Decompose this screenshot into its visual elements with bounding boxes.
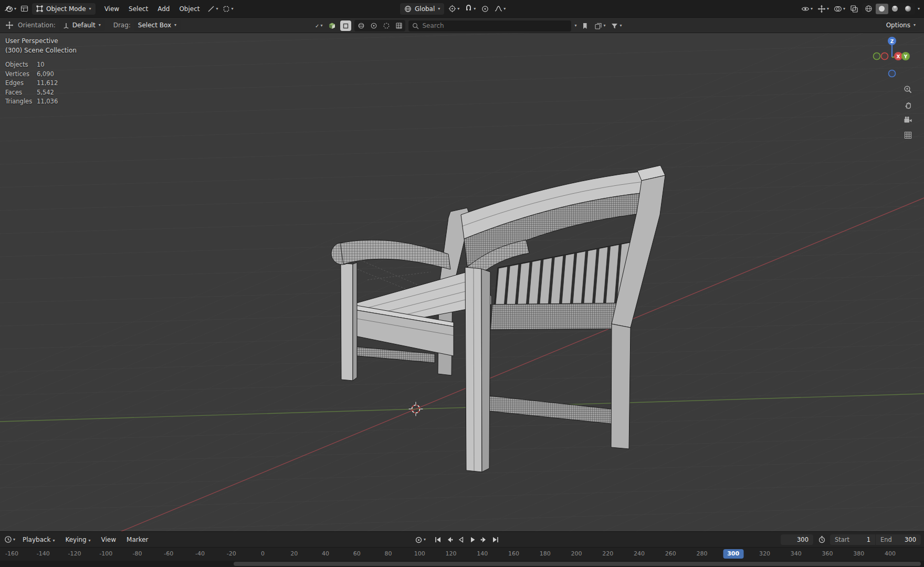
mode-selector[interactable]: Object Mode ▾	[32, 3, 96, 15]
snapping-dropdown[interactable]: ▾	[464, 5, 477, 13]
jump-to-start-button[interactable]	[433, 534, 443, 545]
ruler-tick: 140	[477, 550, 488, 557]
options-button[interactable]: Options ▾	[882, 19, 920, 31]
annotate-line-icon	[207, 5, 215, 13]
timeline-editor-type-dropdown[interactable]: ▾	[3, 536, 16, 543]
prev-keyframe-button[interactable]	[444, 534, 455, 545]
gizmo-axis-neg-z[interactable]	[889, 70, 896, 77]
proportional-editing-toggle[interactable]	[480, 3, 490, 15]
sphere-toggle[interactable]	[355, 20, 367, 31]
viewport-canvas[interactable]	[0, 33, 924, 531]
auto-keying-dropdown[interactable]: ▾	[414, 536, 427, 544]
current-frame-field[interactable]: 300	[781, 534, 813, 545]
orientation-selector[interactable]: Default ▾	[59, 19, 105, 31]
pan-view-button[interactable]	[903, 100, 912, 109]
grid-toggle[interactable]	[393, 20, 405, 31]
scrollbar-handle[interactable]	[234, 562, 921, 566]
wireframe-shading-icon	[865, 5, 873, 13]
shading-material-button[interactable]	[889, 4, 901, 14]
y-axis-line	[0, 394, 924, 422]
start-frame-field[interactable]: Start1	[830, 534, 875, 545]
drag-mode-selector[interactable]: Select Box ▾	[134, 19, 181, 31]
search-options-dropdown[interactable]: ▾	[574, 24, 576, 28]
show-overlays-dropdown[interactable]: ▾	[833, 5, 846, 13]
shading-solid-button[interactable]	[876, 4, 888, 14]
stopwatch-icon	[818, 536, 826, 543]
gizmo-axis-neg-x[interactable]	[881, 53, 888, 60]
tool-options-dropdown[interactable]: ▾	[206, 5, 219, 13]
mesh-cube-button[interactable]	[327, 20, 337, 32]
shading-dropdown[interactable]: ▾	[918, 7, 920, 11]
circle-dot-toggle[interactable]	[368, 20, 380, 31]
mode-selector-label: Object Mode	[46, 5, 86, 13]
menu-select[interactable]: Select	[124, 4, 152, 14]
xray-toggle[interactable]	[849, 3, 859, 15]
proportional-editing-icon	[481, 5, 489, 13]
drag-mode-value: Select Box	[138, 22, 171, 29]
menu-marker[interactable]: Marker	[122, 534, 152, 545]
jump-to-end-button[interactable]	[490, 534, 501, 545]
chevron-down-icon: ▾	[827, 7, 829, 11]
pivot-point-icon	[448, 5, 456, 13]
transform-orientation-selector[interactable]: Global ▾	[400, 3, 444, 15]
ruler-tick: 20	[290, 550, 298, 557]
menu-timeline-view[interactable]: View	[97, 534, 120, 545]
viewport-nav-tools	[903, 85, 912, 140]
dashed-circle-toggle[interactable]	[380, 20, 392, 31]
menu-keying[interactable]: Keying ▾	[61, 534, 94, 545]
ruler-tick: 260	[665, 550, 676, 557]
ruler-tick: 360	[822, 550, 833, 557]
search-input[interactable]	[422, 22, 568, 29]
gizmo-axis-y[interactable]: Y	[901, 52, 910, 60]
camera-view-button[interactable]	[903, 115, 912, 124]
ruler-tick: 380	[853, 550, 864, 557]
gizmo-axis-neg-y[interactable]	[874, 53, 880, 60]
filter-dropdown[interactable]: ▾	[610, 22, 623, 30]
collections-dropdown[interactable]: ▾	[593, 22, 606, 30]
current-frame-indicator[interactable]: 300	[723, 549, 743, 559]
ruler-tick: -140	[37, 550, 50, 557]
pivot-point-dropdown[interactable]: ▾	[447, 5, 460, 13]
chevron-down-icon: ▾	[424, 538, 426, 542]
gizmo-axis-x[interactable]: X	[894, 52, 902, 60]
tool-settings-header: Orientation: Default ▾ Drag: Select Box …	[0, 17, 924, 33]
chevron-down-icon: ▾	[603, 24, 605, 28]
axes-icon	[63, 22, 69, 28]
menu-playback[interactable]: Playback ▾	[18, 534, 59, 545]
timeline-ruler[interactable]: -160-140-120-100-80-60-40-20020406080100…	[0, 547, 924, 561]
menu-object[interactable]: Object	[175, 4, 204, 14]
end-frame-field[interactable]: End300	[876, 534, 921, 545]
play-button[interactable]	[467, 534, 478, 545]
filter-check-dropdown[interactable]: ✓ ▾	[314, 23, 323, 29]
bench-model[interactable]	[331, 165, 665, 472]
shading-wireframe-button[interactable]	[863, 4, 875, 14]
ruler-tick: -160	[5, 550, 18, 557]
object-visibility-dropdown[interactable]: ▾	[800, 5, 814, 13]
gizmo-arrows-icon	[817, 5, 826, 13]
search-field[interactable]	[408, 20, 571, 32]
proportional-falloff-dropdown[interactable]: ▾	[494, 5, 507, 13]
chevron-down-icon: ▾	[914, 23, 916, 27]
next-keyframe-button[interactable]	[479, 534, 489, 545]
show-gizmo-dropdown[interactable]: ▾	[816, 5, 830, 13]
active-tool-button[interactable]	[4, 19, 15, 31]
menu-view[interactable]: View	[100, 4, 123, 14]
shading-rendered-button[interactable]	[902, 4, 915, 14]
toggle-ortho-button[interactable]	[903, 130, 912, 140]
menu-add[interactable]: Add	[153, 4, 174, 14]
navigation-gizmo[interactable]: Z X Y	[869, 34, 915, 80]
use-preview-range-button[interactable]	[816, 534, 827, 545]
chevron-down-icon: ▾	[843, 7, 845, 11]
selected-mode-toggle[interactable]	[340, 20, 351, 31]
ruler-tick: 80	[384, 550, 392, 557]
editor-type-button[interactable]	[19, 3, 29, 15]
tool-presets-dropdown[interactable]: ▾	[222, 5, 234, 13]
play-reverse-button[interactable]	[456, 534, 466, 545]
play-reverse-icon	[457, 536, 465, 543]
gizmo-axis-z[interactable]: Z	[888, 37, 896, 45]
blender-app-menu[interactable]: ▾	[4, 3, 16, 15]
chevron-down-icon: ▾	[216, 7, 218, 11]
bookmark-button[interactable]	[580, 20, 590, 32]
zoom-view-button[interactable]	[903, 85, 912, 94]
3d-viewport[interactable]: User Perspective (300) Scene Collection …	[0, 33, 924, 531]
